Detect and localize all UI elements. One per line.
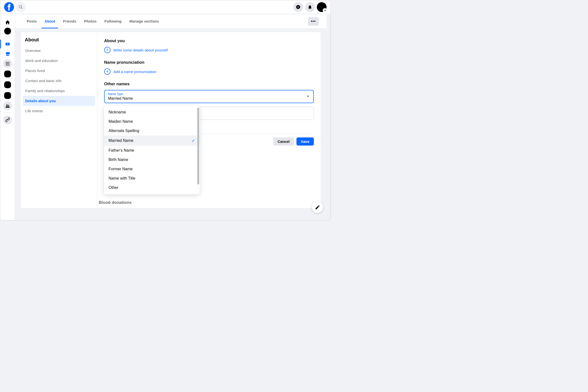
account-avatar[interactable]: ▾: [317, 2, 326, 12]
tab-photos[interactable]: Photos: [80, 14, 100, 28]
sidebar-item-family[interactable]: Family and relationships: [23, 86, 95, 96]
notifications-icon[interactable]: [305, 2, 315, 12]
about-card: About Overview Work and education Places…: [21, 32, 321, 208]
about-sidebar: About Overview Work and education Places…: [21, 32, 97, 208]
sidebar-item-work[interactable]: Work and education: [23, 56, 95, 66]
tab-manage-sections[interactable]: Manage sections: [126, 14, 163, 28]
name-type-dropdown: Nickname Maiden Name Alternate Spelling …: [104, 106, 200, 194]
tab-following[interactable]: Following: [100, 14, 126, 28]
dd-option-alternate[interactable]: Alternate Spelling: [104, 126, 200, 136]
messenger-icon[interactable]: [293, 2, 303, 12]
watch-icon[interactable]: [3, 40, 12, 48]
sidebar-item-life-events[interactable]: Life events: [23, 106, 95, 116]
plus-circle-icon: +: [104, 47, 110, 53]
sidebar-item-places[interactable]: Places lived: [23, 66, 95, 76]
plus-circle-icon: +: [104, 68, 110, 75]
add-pronunciation-label: Add a name pronunciation: [114, 70, 156, 74]
dd-option-married[interactable]: Married Name✓: [104, 136, 200, 146]
tab-about[interactable]: About: [41, 14, 59, 28]
dd-option-other[interactable]: Other: [104, 183, 200, 192]
cancel-button[interactable]: Cancel: [273, 138, 294, 146]
divider: [4, 113, 11, 113]
shortcut-1[interactable]: [4, 70, 11, 78]
divider: [4, 37, 11, 37]
sidebar-item-details[interactable]: Details about you: [23, 96, 95, 106]
check-icon: ✓: [192, 138, 195, 143]
groups-icon[interactable]: [3, 102, 12, 110]
name-type-field-label: Name Type: [108, 92, 310, 96]
dd-option-maiden[interactable]: Maiden Name: [104, 117, 200, 126]
svg-point-7: [8, 63, 9, 64]
marketplace-icon[interactable]: [3, 50, 12, 58]
dd-option-fathers[interactable]: Father's Name: [104, 146, 200, 155]
search-button[interactable]: [16, 2, 26, 12]
more-actions-button[interactable]: •••: [308, 17, 319, 26]
add-about-you-link[interactable]: + Write some details about yourself: [104, 47, 314, 53]
tab-posts[interactable]: Posts: [23, 14, 41, 28]
svg-point-12: [8, 105, 9, 106]
left-rail: [0, 14, 15, 220]
tab-friends[interactable]: Friends: [59, 14, 80, 28]
about-content: About you + Write some details about you…: [97, 32, 321, 208]
svg-point-2: [6, 62, 6, 63]
dd-option-title[interactable]: Name with Title: [104, 174, 200, 183]
name-type-value: Married Name: [108, 96, 310, 101]
svg-point-6: [7, 63, 8, 64]
facebook-logo[interactable]: [4, 2, 14, 12]
dd-option-nickname[interactable]: Nickname: [104, 108, 200, 117]
about-you-heading: About you: [104, 38, 314, 43]
svg-point-11: [6, 104, 8, 106]
dd-option-former[interactable]: Former Name: [104, 164, 200, 174]
svg-point-5: [6, 63, 6, 64]
add-pronunciation-link[interactable]: + Add a name pronunciation: [104, 68, 314, 75]
svg-point-10: [8, 65, 9, 66]
chevron-down-icon: ▾: [324, 9, 326, 12]
sidebar-item-overview[interactable]: Overview: [23, 46, 95, 56]
sidebar-item-contact[interactable]: Contact and basic info: [23, 76, 95, 86]
profile-tabs: Posts About Friends Photos Following Man…: [15, 14, 326, 28]
edit-fab-button[interactable]: [312, 202, 323, 213]
blood-donations-heading: Blood donations: [99, 200, 132, 205]
dropdown-scrollbar[interactable]: [197, 108, 199, 184]
menu-grid-icon[interactable]: [3, 59, 12, 68]
other-names-heading: Other names: [104, 82, 314, 86]
dd-option-birth[interactable]: Birth Name: [104, 155, 200, 164]
name-type-select[interactable]: Name Type Married Name: [104, 90, 314, 103]
shortcut-3[interactable]: [4, 92, 11, 99]
svg-point-4: [8, 62, 9, 63]
home-icon[interactable]: [3, 18, 12, 27]
profile-icon[interactable]: [4, 28, 11, 34]
svg-point-8: [6, 65, 6, 66]
save-button[interactable]: Save: [296, 138, 314, 146]
svg-point-3: [7, 62, 8, 63]
caret-down-icon: [306, 94, 310, 99]
about-title: About: [23, 36, 95, 46]
add-about-you-label: Write some details about yourself: [114, 48, 168, 52]
name-pronunciation-heading: Name pronunciation: [104, 60, 314, 65]
svg-point-9: [7, 65, 8, 66]
link-icon[interactable]: [3, 116, 12, 124]
shortcut-2[interactable]: [4, 81, 11, 88]
